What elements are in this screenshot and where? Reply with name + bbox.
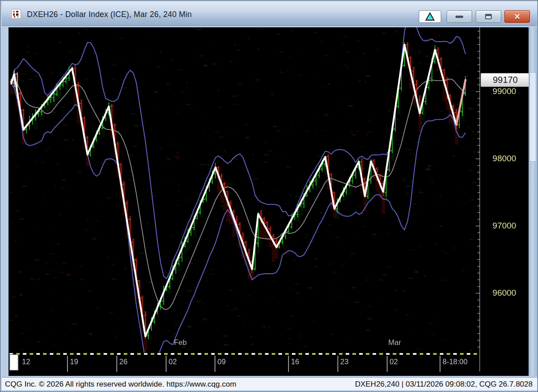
close-button[interactable]: ✕ <box>504 10 530 23</box>
chart-panel: 99170 9900098000970009600012192602091623… <box>9 27 529 376</box>
close-x-icon: ✕ <box>514 13 520 21</box>
vertical-scrollbar[interactable] <box>529 27 537 376</box>
copyright-text: CQG Inc. © 2026 All rights reserved worl… <box>5 378 236 391</box>
restore-icon <box>485 14 492 19</box>
price-chart-canvas[interactable] <box>9 27 529 376</box>
scrollbar-thumb[interactable] <box>529 72 536 162</box>
cyan-triangle-icon <box>425 12 435 22</box>
cqg-chart-icon <box>11 9 21 19</box>
restore-button[interactable] <box>476 10 501 23</box>
status-bar: CQG Inc. © 2026 All rights reserved worl… <box>2 377 537 390</box>
session-info-text: DXEH26,240 | 03/11/2026 09:08:02, CQG 26… <box>355 378 533 391</box>
minimize-icon <box>456 16 463 18</box>
expand-triangle-button[interactable] <box>419 10 441 23</box>
minimize-button[interactable] <box>447 10 472 23</box>
window-title: DXEH26 - Dollar Index (ICE), Mar 26, 240… <box>27 2 192 26</box>
title-bar[interactable]: DXEH26 - Dollar Index (ICE), Mar 26, 240… <box>2 2 537 26</box>
application-window: DXEH26 - Dollar Index (ICE), Mar 26, 240… <box>0 0 538 392</box>
